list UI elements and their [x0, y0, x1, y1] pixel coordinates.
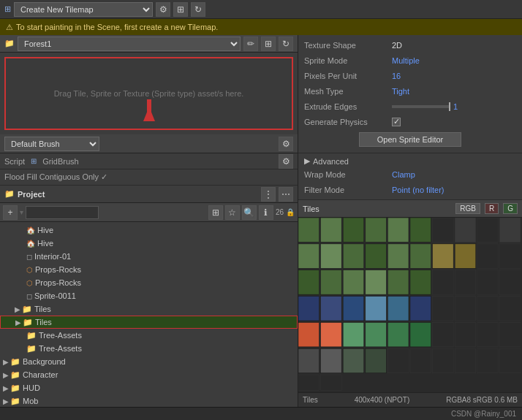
tree-item-hive2[interactable]: 🏠 Hive [0, 237, 298, 250]
tree-item-tiles1[interactable]: ▶ 📁 Tiles [0, 302, 298, 316]
generate-physics-checkbox[interactable] [392, 118, 401, 126]
add-btn[interactable]: + [3, 205, 18, 220]
project-more-btn[interactable]: ⋯ [279, 187, 293, 202]
svg-rect-51 [298, 348, 319, 373]
extrude-edges-row: Extrude Edges 1 [304, 99, 516, 114]
svg-rect-18 [455, 244, 476, 268]
svg-rect-17 [433, 244, 454, 268]
advanced-header[interactable]: ▶ Advanced [304, 155, 516, 167]
tiles-footer-size: 400x400 (NPOT) [355, 396, 410, 404]
tree-item-mob[interactable]: ▶ 📁 Mob [0, 394, 298, 407]
grid-btn[interactable]: ⊞ [173, 2, 188, 17]
tree-item-props2[interactable]: ⬡ Props-Rocks [0, 276, 298, 289]
svg-rect-15 [387, 244, 409, 268]
svg-rect-33 [343, 297, 364, 321]
brush-select[interactable]: Default Brush [4, 137, 99, 151]
hive1-label: Hive [37, 226, 53, 234]
tiles-panel: Tiles RGB R G [298, 200, 522, 407]
rgb-btn[interactable]: RGB [455, 203, 480, 214]
hive2-label: Hive [37, 239, 53, 248]
svg-rect-56 [410, 348, 431, 373]
tree-item-tiles2[interactable]: ▶ 📁 Tiles [0, 316, 298, 329]
folder-icon-hud: 📁 [10, 383, 20, 393]
filter-mode-value: Point (no filter) [392, 186, 445, 194]
svg-rect-43 [343, 322, 364, 346]
open-sprite-editor-btn[interactable]: Open Sprite Editor [359, 132, 461, 147]
svg-rect-49 [477, 322, 499, 346]
svg-rect-57 [433, 348, 454, 373]
tiles-footer-name: Tiles [303, 396, 318, 404]
brush-settings-btn[interactable]: ⚙ [279, 137, 293, 151]
tiles-label: Tiles [303, 205, 319, 213]
flood-fill-text: Flood Fill Contiguous Only ✓ [4, 172, 107, 182]
forest-header: 📁 Forest1 ✏ ⊞ ↻ [0, 35, 298, 53]
extrude-slider[interactable] [392, 105, 450, 108]
tree-item-tree-assets1[interactable]: 📁 Tree-Assets [0, 329, 298, 342]
attribution-text: CSDN @Rainy_001 [451, 410, 516, 418]
svg-rect-61 [298, 375, 319, 391]
wrap-mode-value: Clamp [392, 170, 415, 179]
fav-btn[interactable]: ☆ [225, 205, 240, 220]
settings-btn2[interactable]: ↻ [279, 37, 293, 51]
g-btn[interactable]: G [503, 203, 518, 214]
svg-rect-47 [433, 322, 454, 346]
arrow-hud: ▶ [3, 384, 9, 392]
svg-rect-19 [477, 244, 499, 268]
svg-rect-62 [321, 375, 342, 391]
filter-btn[interactable]: 🔍 [242, 205, 257, 220]
folder-icon-tiles1: 📁 [22, 305, 32, 314]
grid-brush-label: GridBrush [42, 157, 79, 166]
forest-select[interactable]: Forest1 [18, 37, 241, 51]
hud-label: HUD [23, 383, 40, 392]
arrow-right2: ▶ [15, 318, 21, 327]
search-input[interactable] [26, 206, 99, 219]
svg-rect-14 [366, 244, 387, 268]
project-menu-btn[interactable]: ⋮ [261, 187, 276, 202]
tree-item-sprite[interactable]: ◻ Sprite-0011 [0, 289, 298, 302]
left-panel: 📁 Forest1 ✏ ⊞ ↻ Drag Tile, Sprite or Tex… [0, 35, 298, 407]
brush-toolbar: Default Brush ⚙ [0, 134, 298, 153]
r-btn[interactable]: R [485, 203, 499, 214]
inspector: Texture Shape 2D Sprite Mode Multiple Pi… [298, 35, 522, 153]
props1-label: Props-Rocks [35, 265, 81, 274]
item-count: 26 [276, 208, 284, 216]
svg-rect-35 [387, 297, 409, 321]
info-btn[interactable]: ℹ [259, 205, 273, 220]
tree-item-interior[interactable]: ◻ Interior-01 [0, 250, 298, 263]
view-btn[interactable]: ⊞ [208, 205, 223, 220]
project-panel: 📁 Project ⋮ ⋯ + ▾ ⊞ ☆ 🔍 ℹ 26 🔒 [0, 186, 298, 407]
flood-fill-row: Flood Fill Contiguous Only ✓ [0, 169, 298, 186]
tree-item-background[interactable]: ▶ 📁 Background [0, 355, 298, 368]
grid-view-btn[interactable]: ⊞ [261, 37, 276, 51]
wrap-mode-label: Wrap Mode [304, 170, 392, 179]
folder-icon-bg: 📁 [10, 357, 20, 367]
svg-rect-7 [433, 218, 454, 242]
settings-btn[interactable]: ⚙ [156, 2, 170, 17]
svg-rect-21 [298, 270, 319, 294]
tile-grid-svg [298, 218, 522, 392]
arrow-bg: ▶ [3, 358, 9, 366]
tree-item-props1[interactable]: ⬡ Props-Rocks [0, 263, 298, 276]
tree-area: 🏠 Hive 🏠 Hive ◻ Interior-01 [0, 222, 298, 407]
tree-item-tree-assets2[interactable]: 📁 Tree-Assets [0, 342, 298, 355]
grid-brush-icon: ⊞ [31, 157, 37, 165]
svg-rect-4 [366, 218, 387, 242]
texture-shape-value: 2D [392, 41, 402, 50]
sprite-label: Sprite-0011 [34, 291, 76, 300]
svg-rect-40 [499, 297, 521, 321]
background-label: Background [23, 357, 66, 366]
tree-item-character[interactable]: ▶ 📁 Character [0, 368, 298, 381]
warning-text: To start painting in the Scene, first cr… [16, 23, 218, 31]
create-tilemap-select[interactable]: Create New Tilemap [14, 2, 153, 17]
tree-item-hive1[interactable]: 🏠 Hive [0, 224, 298, 237]
extrude-edges-label: Extrude Edges [304, 102, 392, 111]
character-label: Character [23, 370, 58, 379]
script-settings-btn[interactable]: ⚙ [279, 154, 293, 169]
refresh-btn[interactable]: ↻ [191, 2, 205, 17]
advanced-label: Advanced [313, 157, 349, 166]
tilemap-icon: ⊞ [4, 4, 11, 14]
edit-btn[interactable]: ✏ [243, 37, 258, 51]
svg-rect-26 [410, 270, 431, 294]
tree-item-hud[interactable]: ▶ 📁 HUD [0, 381, 298, 394]
tree-assets1-label: Tree-Assets [39, 331, 82, 340]
